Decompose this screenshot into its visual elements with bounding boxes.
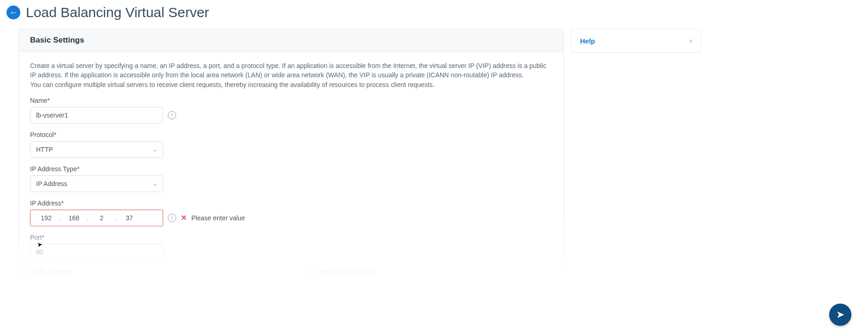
arrow-left-icon: ← <box>9 8 18 18</box>
back-button[interactable]: ← <box>6 6 20 19</box>
chevron-down-icon: ⌄ <box>153 146 157 153</box>
card-description: Create a virtual server by specifying a … <box>30 61 552 89</box>
protocol-value: HTTP <box>36 146 53 153</box>
traffic-domain-label: Traffic Domain <box>30 268 72 275</box>
chevron-right-icon: › <box>690 37 692 45</box>
card-title: Basic Settings <box>19 29 563 52</box>
info-icon[interactable]: i <box>168 111 176 119</box>
ip-address-input[interactable]: . . . <box>30 210 163 226</box>
help-label: Help <box>580 37 595 45</box>
port-label: Port* <box>30 234 552 241</box>
ip-address-label: IP Address* <box>30 199 552 207</box>
help-panel[interactable]: Help › <box>571 29 701 53</box>
error-icon: ✕ <box>181 213 187 222</box>
chevron-down-icon: ⌄ <box>153 180 157 187</box>
info-icon[interactable]: i <box>168 214 176 222</box>
ip-octet-4[interactable] <box>119 214 140 222</box>
vserver-state-label: Virtual Server State <box>317 268 373 276</box>
ip-type-select[interactable]: IP Address ⌄ <box>30 175 163 192</box>
ip-type-label: IP Address Type* <box>30 165 552 173</box>
page-title: Load Balancing Virtual Server <box>26 5 209 20</box>
ip-type-value: IP Address <box>36 180 67 187</box>
check-icon: ✓ <box>307 268 313 277</box>
port-input[interactable] <box>30 244 163 261</box>
ip-octet-2[interactable] <box>64 214 84 222</box>
basic-settings-card: Basic Settings Create a virtual server b… <box>18 29 564 285</box>
name-input[interactable] <box>30 107 163 124</box>
ip-octet-1[interactable] <box>36 214 56 222</box>
ip-octet-3[interactable] <box>92 214 112 222</box>
name-label: Name* <box>30 97 552 104</box>
protocol-select[interactable]: HTTP ⌄ <box>30 141 163 158</box>
error-text: Please enter value <box>191 214 245 222</box>
protocol-label: Protocol* <box>30 131 552 138</box>
